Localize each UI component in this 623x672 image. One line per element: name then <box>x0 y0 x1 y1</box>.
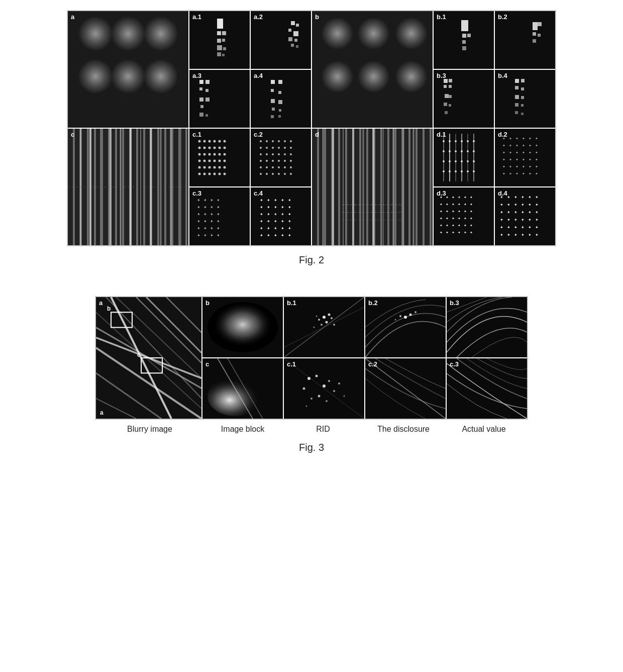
svg-point-89 <box>198 153 201 156</box>
svg-text:✦: ✦ <box>440 203 443 206</box>
svg-rect-31 <box>278 100 282 104</box>
svg-point-387 <box>414 311 417 313</box>
svg-text:✦: ✦ <box>522 137 525 140</box>
svg-point-241 <box>449 170 451 172</box>
fig2-label-c: c <box>71 131 74 138</box>
svg-point-97 <box>209 160 211 162</box>
svg-point-111 <box>219 173 221 175</box>
svg-rect-54 <box>445 111 448 114</box>
svg-rect-63 <box>515 111 518 114</box>
svg-text:✦: ✦ <box>440 231 443 234</box>
svg-point-95 <box>198 160 201 162</box>
svg-text:✦: ✦ <box>452 224 455 227</box>
svg-text:✦: ✦ <box>515 165 518 168</box>
svg-rect-12 <box>293 31 298 36</box>
svg-point-386 <box>399 315 401 317</box>
svg-point-93 <box>219 153 221 156</box>
svg-point-227 <box>473 140 475 142</box>
svg-point-377 <box>318 319 320 321</box>
svg-point-121 <box>272 147 274 149</box>
svg-text:✦: ✦ <box>458 203 461 206</box>
svg-point-388 <box>395 319 396 321</box>
svg-text:✦: ✦ <box>446 231 449 234</box>
fig2-label-d1: d.1 <box>437 131 446 138</box>
svg-point-112 <box>224 173 226 175</box>
svg-text:✦: ✦ <box>281 219 284 224</box>
fig2-caption: Fig. 2 <box>299 254 324 266</box>
svg-text:✦: ✦ <box>535 158 538 161</box>
svg-point-393 <box>307 377 310 380</box>
fig2-cell-d: d <box>312 129 433 245</box>
svg-point-140 <box>278 166 280 168</box>
svg-point-399 <box>318 395 321 398</box>
svg-point-238 <box>467 160 469 162</box>
svg-point-105 <box>219 166 221 169</box>
svg-text:✦: ✦ <box>522 144 525 147</box>
svg-rect-27 <box>278 80 282 84</box>
svg-point-384 <box>404 316 407 319</box>
svg-text:✦: ✦ <box>274 219 277 224</box>
fig2-label-a2: a.2 <box>254 13 263 21</box>
svg-point-86 <box>214 147 216 149</box>
svg-point-235 <box>449 160 451 162</box>
svg-point-376 <box>328 314 331 316</box>
svg-text:✦: ✦ <box>281 233 284 238</box>
svg-point-92 <box>214 153 216 156</box>
svg-point-141 <box>284 166 286 168</box>
figure-2-section: a a.1 <box>20 10 603 271</box>
svg-text:✦: ✦ <box>197 226 200 231</box>
svg-rect-43 <box>533 32 536 36</box>
svg-text:✦: ✦ <box>514 225 517 230</box>
svg-point-99 <box>219 160 221 162</box>
svg-text:✦: ✦ <box>509 137 512 140</box>
svg-text:✦: ✦ <box>197 198 200 203</box>
svg-rect-59 <box>515 95 519 99</box>
fig2-label-d2: d.2 <box>498 131 507 138</box>
svg-text:✦: ✦ <box>288 212 291 217</box>
svg-text:✦: ✦ <box>535 172 538 175</box>
svg-rect-41 <box>533 22 538 30</box>
svg-text:✦: ✦ <box>535 225 539 230</box>
svg-rect-47 <box>449 79 452 82</box>
svg-point-127 <box>272 153 274 155</box>
fig3-label-a: a <box>99 299 102 307</box>
svg-text:✦: ✦ <box>452 217 455 220</box>
svg-point-129 <box>284 153 286 155</box>
svg-point-85 <box>209 147 211 149</box>
svg-point-395 <box>323 385 326 388</box>
svg-point-225 <box>461 140 463 142</box>
svg-line-363 <box>96 312 201 409</box>
svg-text:✦: ✦ <box>210 212 214 217</box>
fig3-cell-c: c <box>202 358 283 419</box>
svg-text:✦: ✦ <box>522 165 525 168</box>
svg-text:✦: ✦ <box>521 195 525 200</box>
svg-text:✦: ✦ <box>507 203 510 207</box>
svg-point-108 <box>203 173 206 175</box>
svg-text:✦: ✦ <box>507 233 510 237</box>
svg-text:✦: ✦ <box>260 233 263 238</box>
svg-text:✦: ✦ <box>528 195 532 200</box>
svg-point-78 <box>203 140 206 143</box>
svg-point-243 <box>461 170 463 172</box>
svg-text:✦: ✦ <box>217 226 220 231</box>
svg-point-115 <box>272 140 274 142</box>
fig2-label-a: a <box>71 13 74 21</box>
fig3-cell-b2: b.2 <box>365 297 446 357</box>
svg-rect-15 <box>291 44 294 47</box>
fig2-cell-c4: c.4 ✦ ✦ ✦ ✦ ✦ ✦ ✦ ✦ ✦ ✦ ✦ ✦ ✦ ✦ ✦ <box>251 187 311 245</box>
svg-text:✦: ✦ <box>470 203 473 206</box>
svg-text:✦: ✦ <box>522 172 525 175</box>
svg-text:✦: ✦ <box>452 210 455 213</box>
svg-text:✦: ✦ <box>464 224 467 227</box>
svg-text:✦: ✦ <box>500 218 503 222</box>
svg-text:✦: ✦ <box>458 196 461 199</box>
svg-point-104 <box>214 166 216 169</box>
fig2-cell-d2: d.2 ✦ ✦ ✦ ✦ ✦ ✦ ✦ ✦ ✦ ✦ ✦ ✦ ✦ ✦ ✦ <box>495 129 555 186</box>
svg-text:✦: ✦ <box>535 151 538 154</box>
svg-rect-45 <box>533 39 536 43</box>
svg-point-231 <box>461 150 463 152</box>
svg-point-133 <box>272 160 274 162</box>
svg-text:✦: ✦ <box>197 219 200 224</box>
svg-point-147 <box>284 173 286 175</box>
svg-point-123 <box>284 147 286 149</box>
